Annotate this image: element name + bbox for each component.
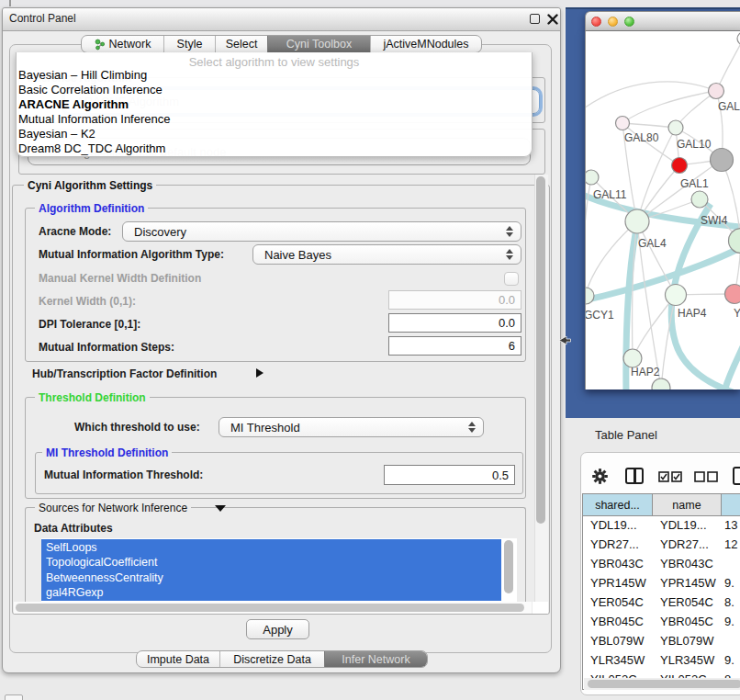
zoom-traffic-light[interactable] [624,17,634,27]
mi-threshold-input[interactable]: 0.5 [384,465,515,485]
tab-impute-data[interactable]: Impute Data [137,651,219,667]
tab-style[interactable]: Style [163,36,215,52]
tab-infer-network[interactable]: Infer Network [324,651,427,667]
tab-select[interactable]: Select [215,36,267,52]
minimize-traffic-light[interactable] [608,17,618,27]
column-header-third[interactable] [722,494,740,515]
sources-group-title: Sources for Network Inference [35,502,191,514]
data-attributes-list[interactable]: SelfLoops TopologicalCoefficient Between… [41,538,517,602]
node-label-gal7: GAL7 [718,100,740,113]
node-salmon[interactable] [725,285,740,304]
node-gal11[interactable] [586,170,599,185]
network-icon [95,39,106,51]
float-window-icon[interactable] [530,14,540,24]
node-label-gal80: GAL80 [624,131,658,144]
node-hap2[interactable] [623,349,642,367]
table-row[interactable]: YER054CYER054C8. [583,593,740,612]
node-label-swi4: SWI4 [701,214,727,227]
node-label-gal11: GAL11 [593,188,626,201]
node-mid-green[interactable] [691,191,708,208]
table-row[interactable]: YBR045CYBR045C9. [583,612,740,631]
node-label-gcy1: GCY1 [585,309,614,322]
hub-definition-label[interactable]: Hub/Transcription Factor Definition [32,367,217,380]
mi-type-label: Mutual Information Algorithm Type: [39,248,224,261]
sources-collapse-icon[interactable] [215,505,226,512]
table-row[interactable]: YDL19...YDL19...13 [583,515,740,535]
mi-type-combo[interactable]: Naive Bayes [252,244,521,265]
node-label-y: Y [734,307,740,320]
stepper-icon [506,249,513,260]
list-item-topologicalcoefficient[interactable]: TopologicalCoefficient [46,555,163,570]
mi-steps-input[interactable]: 6 [388,336,521,356]
popup-item-aracne[interactable]: ARACNE Algorithm [18,97,170,112]
aracne-mode-combo[interactable]: Discovery [122,221,521,242]
table-panel-title: Table Panel [595,428,657,442]
network-window-titlebar[interactable] [585,11,740,31]
dpi-tolerance-label: DPI Tolerance [0,1]: [39,318,140,331]
control-panel-titlebar[interactable] [3,8,560,31]
popup-item-bayesian-k2[interactable]: Bayesian – K2 [18,127,170,141]
table-hscrollbar-thumb[interactable] [588,680,740,688]
close-traffic-light[interactable] [591,17,601,27]
threshold-definition-title: Threshold Definition [35,391,150,404]
popup-item-dream8[interactable]: Dream8 DC_TDC Algorithm [18,141,170,156]
table-body: YDL19...YDL19...13 YDR27...YDR27...12 YB… [583,515,740,678]
aracne-mode-label: Aracne Mode: [39,225,111,238]
apply-button[interactable]: Apply [246,619,309,639]
gear-icon[interactable] [592,469,608,484]
popup-item-basic-correlation[interactable]: Basic Correlation Inference [18,83,170,97]
top-tab-strip: Network Style Select Cyni Toolbox jActiv… [81,35,482,53]
tab-jactivemnodules[interactable]: jActiveMNodules [370,36,481,52]
table-row[interactable]: YBL079WYBL079W [583,631,740,650]
network-canvas[interactable]: GAL7 GAL80 GAL10 GAL1 GAL11 SWI4 GAL4 GC… [585,31,740,390]
table-row[interactable]: YBR043CYBR043C [583,554,740,573]
node-gal10[interactable] [668,120,683,135]
node-label-gal1: GAL1 [680,177,709,190]
list-item-selfloops[interactable]: SelfLoops [46,540,163,555]
table-row[interactable]: YLR345WYLR345W9. [583,650,740,670]
tab-network[interactable]: Network [82,36,163,52]
column-header-name[interactable]: name [653,494,722,515]
select-all-checkboxes-icon[interactable] [658,471,683,482]
settings-vscrollbar-thumb[interactable] [536,176,545,524]
network-nodes [586,32,740,390]
settings-hscrollbar-thumb[interactable] [16,604,524,612]
which-threshold-combo[interactable]: MI Threshold [219,417,484,437]
node-hap4[interactable] [666,285,687,306]
columns-icon[interactable] [625,468,644,484]
node-bottom[interactable] [652,378,670,390]
bottom-tab-strip: Impute Data Discretize Data Infer Networ… [136,650,428,668]
node-label-hap2: HAP2 [631,366,659,378]
list-scrollbar[interactable] [504,540,513,593]
hub-expand-icon[interactable] [256,368,263,378]
manual-kernel-checkbox[interactable] [504,272,519,286]
kernel-width-input[interactable]: 0.0 [388,290,521,310]
bottom-left-icon[interactable] [5,694,23,700]
node-table: shared... name YDL19...YDL19...13 YDR27.… [582,493,740,690]
table-mode-icon[interactable] [733,467,740,485]
tab-discretize-data[interactable]: Discretize Data [219,651,324,667]
deselect-all-checkboxes-icon[interactable] [694,471,719,482]
list-item-betweennesscentrality[interactable]: BetweennessCentrality [46,570,163,585]
dpi-tolerance-input[interactable]: 0.0 [388,313,521,333]
column-header-shared[interactable]: shared... [583,494,653,515]
table-row[interactable]: YIL052CYIL052C8. [583,670,740,678]
node-label-hap4: HAP4 [678,307,706,320]
stepper-icon [506,226,513,237]
node-gray[interactable] [711,149,734,172]
manual-kernel-label: Manual Kernel Width Definition [39,272,201,285]
popup-item-mutual-information[interactable]: Mutual Information Inference [18,112,170,127]
popup-item-bayesian-hill-climbing[interactable]: Bayesian – Hill Climbing [18,68,170,83]
top-strip-divider [9,0,11,6]
tab-cyni-toolbox[interactable]: Cyni Toolbox [267,36,370,52]
node-gal7[interactable] [709,84,724,99]
node-gal80[interactable] [616,117,630,130]
top-strip [0,0,740,7]
table-row[interactable]: YPR145WYPR145W9. [583,573,740,593]
list-item-gal4rgexp[interactable]: gal4RGexp [46,585,163,600]
table-row[interactable]: YDR27...YDR27...12 [583,535,740,554]
close-window-icon[interactable] [547,14,558,25]
node-gal4[interactable] [625,209,649,233]
node-gal1[interactable] [672,158,688,174]
mi-threshold-label: Mutual Information Threshold: [44,469,203,481]
